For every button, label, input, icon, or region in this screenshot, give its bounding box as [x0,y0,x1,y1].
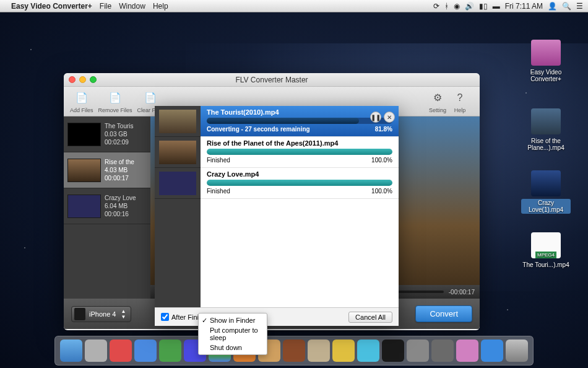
user-icon[interactable]: 👤 [548,2,557,11]
desktop-icon-video[interactable]: MPEG4 The Touri...).mp4 [521,232,571,269]
convert-button[interactable]: Convert [415,305,472,322]
cancel-all-button[interactable]: Cancel All [348,312,392,323]
desktop-icon-video[interactable]: Crazy Love(1).mp4 [521,170,571,214]
progress-item[interactable]: Rise of the Planet of the Apes(2011).mp4… [201,137,399,168]
dock-app[interactable] [283,340,305,362]
menubar-clock[interactable]: Fri 7:11 AM [505,2,543,11]
progress-thumb [155,137,201,168]
sidebar-file-item[interactable]: Crazy Love6.04 MB00:00:16 [64,188,150,224]
menu-help[interactable]: Help [153,2,168,11]
notification-icon[interactable]: ☰ [576,2,583,11]
desktop-icon-label: Crazy Love(1).mp4 [521,199,571,214]
progress-thumb [155,168,201,199]
pause-icon[interactable]: ❚❚ [370,112,381,123]
setting-button[interactable]: ⚙Setting [429,90,446,113]
remove-files-button[interactable]: 📄Remove Files [98,90,132,113]
dock-app[interactable] [407,340,429,362]
progress-thumb [155,106,201,137]
progress-item[interactable]: The Tourist(2010).mp4 Converting - 27 se… [201,106,399,137]
dock-app[interactable] [357,340,379,362]
progress-status: Finished [207,188,230,195]
dock-terminal[interactable] [382,340,404,362]
file-sidebar: The Touris0.03 GB00:02:09 Rise of the4.0… [64,116,150,299]
dock-app[interactable] [308,340,330,362]
desktop-icon-app[interactable]: Easy Video Converter+ [521,40,571,83]
minimize-button[interactable] [79,76,86,83]
desktop-icon-video[interactable]: Rise of the Plane...).mp4 [521,108,571,152]
titlebar[interactable]: FLV Converter Master [64,73,480,87]
progress-item[interactable]: Crazy Love.mp4 Finished100.0% [201,168,399,199]
menu-window[interactable]: Window [119,2,145,11]
dock-app[interactable] [481,340,503,362]
progress-list: The Tourist(2010).mp4 Converting - 27 se… [201,106,399,307]
file-thumbnail [67,123,101,146]
dock-app[interactable] [110,340,132,362]
flag-icon[interactable]: ▬ [493,2,500,11]
dock-app[interactable] [332,340,355,362]
dock-finder[interactable] [60,340,82,362]
close-button[interactable] [69,76,76,83]
progress-percent: 100.0% [371,188,392,195]
time-remaining: -00:00:17 [449,289,475,296]
menu-item-shutdown[interactable]: Shut down [199,343,267,353]
progress-status: Finished [207,157,230,164]
sidebar-file-item[interactable]: Rise of the4.03 MB00:00:17 [64,152,150,188]
menu-item-show-in-finder[interactable]: Show in Finder [199,315,267,325]
cancel-icon[interactable]: ✕ [384,112,395,123]
menu-file[interactable]: File [100,2,111,11]
help-button[interactable]: ?Help [451,90,469,113]
progress-thumbnails [155,106,201,307]
progress-status: Converting - 27 seconds remaining [207,126,310,133]
dock-app[interactable] [431,340,454,362]
dock-trash[interactable] [506,340,528,362]
progress-percent: 100.0% [371,157,392,164]
menu-item-sleep[interactable]: Put computer to sleep [199,325,267,343]
zoom-button[interactable] [90,76,97,83]
sidebar-file-item[interactable]: The Touris0.03 GB00:02:09 [64,116,150,152]
progress-footer: After Finish Cancel All [155,307,399,326]
battery-icon[interactable]: ▮▯ [479,2,488,11]
sync-icon[interactable]: ⟳ [433,2,439,11]
desktop-icon-label: The Touri...).mp4 [521,261,571,269]
volume-icon[interactable]: 🔊 [465,2,474,11]
desktop-icon-label: Rise of the Plane...).mp4 [521,137,571,152]
after-finish-menu: Show in Finder Put computer to sleep Shu… [198,313,267,355]
app-menu[interactable]: Easy Video Converter+ [11,2,92,11]
dock-app[interactable] [159,340,181,362]
progress-percent: 81.8% [375,126,392,133]
file-thumbnail [67,159,101,182]
dock-app[interactable] [85,340,107,362]
bluetooth-icon[interactable]: ᚼ [444,2,449,11]
spotlight-icon[interactable]: 🔍 [562,2,571,11]
after-finish-checkbox[interactable] [161,313,169,321]
device-icon [74,308,85,320]
dock-app[interactable] [134,340,157,362]
progress-filename: Rise of the Planet of the Apes(2011).mp4 [207,139,392,147]
progress-filename: Crazy Love.mp4 [207,170,392,178]
output-device-select[interactable]: iPhone 4 ▲▼ [71,306,131,322]
add-files-button[interactable]: 📄Add Files [70,90,93,113]
desktop-icon-label: Easy Video Converter+ [521,68,571,83]
conversion-progress-panel: The Tourist(2010).mp4 Converting - 27 se… [155,106,399,326]
progress-filename: The Tourist(2010).mp4 [207,108,392,116]
file-thumbnail [67,195,101,218]
window-title: FLV Converter Master [235,76,308,84]
dock-app[interactable] [456,340,478,362]
wifi-icon[interactable]: ◉ [454,2,460,11]
menubar: Easy Video Converter+ File Window Help ⟳… [0,0,588,12]
dock [54,336,534,366]
